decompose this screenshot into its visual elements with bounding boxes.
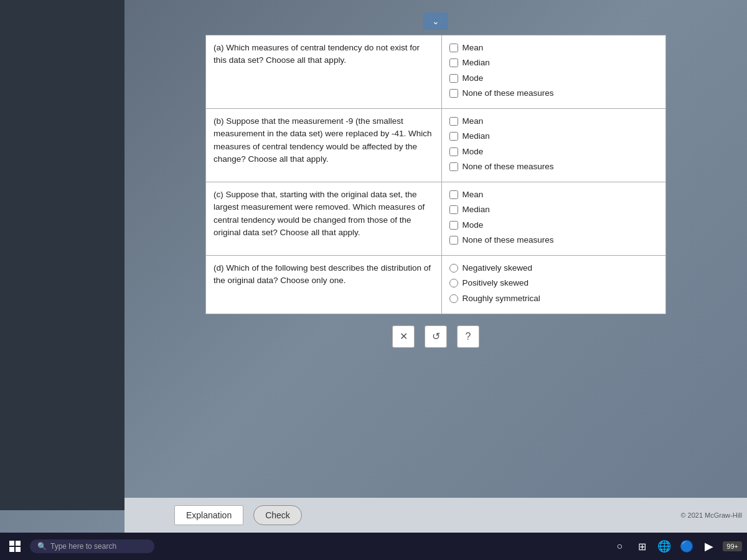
taskbar-icon-edge[interactable]: 🌐 [655,538,673,555]
option-label: Roughly symmetrical [462,292,540,305]
option-b-median: Median [449,130,658,142]
option-label: Median [462,57,489,69]
close-button[interactable]: ✕ [392,325,415,348]
option-label: Median [462,203,489,216]
option-label: Mean [462,42,483,54]
radio-d-positively-skewed[interactable] [449,279,458,287]
refresh-button[interactable]: ↺ [425,325,447,348]
main-content: ⌄ (a) Which measures of central tendency… [125,0,747,523]
option-a-none: None of these measures [449,87,658,100]
option-c-mean: Mean [449,189,658,201]
options-a: Mean Median Mode None of these measures [442,35,666,109]
option-a-mode: Mode [449,72,658,85]
check-button[interactable]: Check [253,505,302,525]
checkbox-a-median[interactable] [449,58,458,67]
options-c: Mean Median Mode None of these measures [442,182,666,256]
battery-badge: 99+ [723,541,742,551]
question-b-text: (b) Suppose that the measurement -9 (the… [206,109,442,182]
taskbar-icon-media[interactable]: ▶ [700,538,718,555]
option-c-median: Median [449,203,658,216]
option-label: Median [462,130,489,142]
option-a-mean: Mean [449,42,658,54]
options-d: Negatively skewed Positively skewed Roug… [442,256,666,314]
svg-rect-2 [9,547,14,552]
action-buttons: ✕ ↺ ? [392,325,479,348]
options-b: Mean Median Mode None of these measures [442,109,666,182]
screen-background: ⌄ (a) Which measures of central tendency… [0,0,747,560]
option-label: Mode [462,72,483,85]
radio-d-negatively-skewed[interactable] [449,264,458,273]
taskbar-icon-task-view[interactable]: ⊞ [633,538,651,555]
option-d-symmetric: Roughly symmetrical [449,292,658,305]
checkbox-c-mode[interactable] [449,221,458,230]
question-c-text: (c) Suppose that, starting with the orig… [206,182,442,256]
checkbox-a-mean[interactable] [449,44,458,52]
taskbar-search-label: Type here to search [50,542,116,551]
chevron-down-button[interactable]: ⌄ [423,12,448,30]
checkbox-b-none[interactable] [449,162,458,171]
explanation-button[interactable]: Explanation [174,505,243,525]
option-b-mode: Mode [449,146,658,158]
table-row: (a) Which measures of central tendency d… [206,35,666,109]
search-icon: 🔍 [37,542,47,551]
option-label: Mean [462,115,483,128]
option-label: Mode [462,219,483,231]
option-d-negative: Negatively skewed [449,262,658,274]
checkbox-b-median[interactable] [449,132,458,141]
checkbox-c-median[interactable] [449,205,458,214]
checkbox-a-none[interactable] [449,89,458,98]
svg-rect-0 [9,541,14,546]
taskbar-icon-chrome[interactable]: 🔵 [678,538,695,555]
option-label: Mean [462,189,483,201]
table-row: (d) Which of the following best describe… [206,256,666,314]
taskbar: 🔍 Type here to search ○ ⊞ 🌐 🔵 ▶ 99+ [0,533,747,560]
option-c-none: None of these measures [449,234,658,246]
option-label: Negatively skewed [462,262,532,274]
checkbox-a-mode[interactable] [449,74,458,83]
option-label: None of these measures [462,87,553,100]
option-label: None of these measures [462,234,553,246]
taskbar-icons: ○ ⊞ 🌐 🔵 ▶ 99+ [611,538,742,555]
checkbox-c-mean[interactable] [449,190,458,199]
option-label: Positively skewed [462,277,529,289]
option-label: Mode [462,146,483,158]
left-sidebar [0,0,125,510]
question-d-text: (d) Which of the following best describe… [206,256,442,314]
svg-rect-1 [16,541,21,546]
option-label: None of these measures [462,161,553,173]
option-d-positive: Positively skewed [449,277,658,289]
help-button[interactable]: ? [457,325,479,348]
table-row: (c) Suppose that, starting with the orig… [206,182,666,256]
table-row: (b) Suppose that the measurement -9 (the… [206,109,666,182]
checkbox-b-mean[interactable] [449,117,458,126]
copyright-text: © 2021 McGraw-Hill [678,498,745,533]
radio-d-roughly-symmetrical[interactable] [449,294,458,303]
footer-area: Explanation Check [125,498,747,533]
checkbox-c-none[interactable] [449,236,458,245]
option-a-median: Median [449,57,658,69]
option-b-mean: Mean [449,115,658,128]
question-a-text: (a) Which measures of central tendency d… [206,35,442,109]
svg-rect-3 [16,547,21,552]
start-button[interactable] [5,536,25,556]
option-c-mode: Mode [449,219,658,231]
option-b-none: None of these measures [449,161,658,173]
taskbar-icon-cortana[interactable]: ○ [611,538,628,555]
checkbox-b-mode[interactable] [449,147,458,156]
taskbar-search-box[interactable]: 🔍 Type here to search [30,539,154,553]
question-table: (a) Which measures of central tendency d… [205,35,666,314]
